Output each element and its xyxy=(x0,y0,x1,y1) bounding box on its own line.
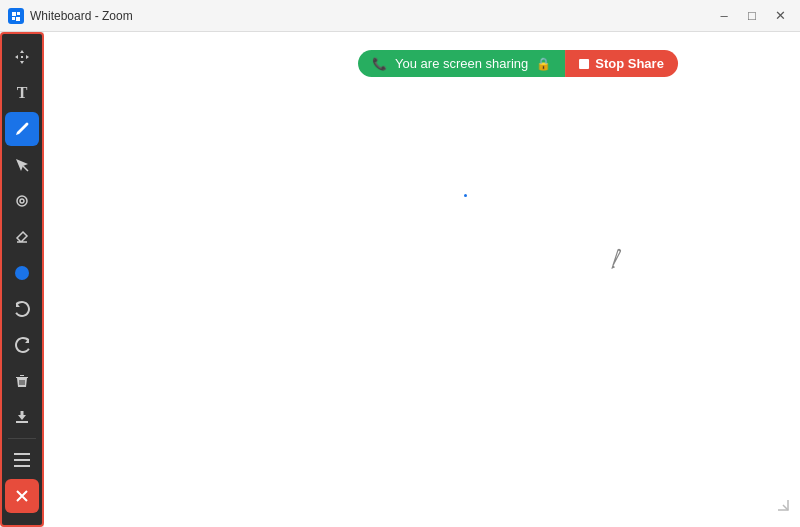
svg-rect-6 xyxy=(16,421,28,423)
select-tool-button[interactable] xyxy=(5,148,39,182)
toolbar-sidebar: T xyxy=(0,32,44,527)
maximize-button[interactable]: □ xyxy=(740,4,764,28)
sharing-text: You are screen sharing xyxy=(395,56,528,71)
svg-rect-7 xyxy=(14,453,30,455)
svg-rect-3 xyxy=(16,17,20,21)
shield-icon: 🔒 xyxy=(536,57,551,71)
stop-share-label: Stop Share xyxy=(595,56,664,71)
app-icon xyxy=(8,8,24,24)
svg-rect-1 xyxy=(17,12,20,15)
svg-rect-2 xyxy=(12,17,15,20)
toolbar-divider xyxy=(8,438,36,439)
menu-button[interactable] xyxy=(5,443,39,477)
svg-rect-0 xyxy=(12,12,16,16)
stop-share-button[interactable]: Stop Share xyxy=(565,50,678,77)
phone-icon: 📞 xyxy=(372,57,387,71)
close-tool-button[interactable] xyxy=(5,479,39,513)
delete-button[interactable] xyxy=(5,364,39,398)
svg-rect-8 xyxy=(14,459,30,461)
draw-tool-button[interactable] xyxy=(5,112,39,146)
redo-button[interactable] xyxy=(5,328,39,362)
eraser-tool-button[interactable] xyxy=(5,220,39,254)
title-bar: Whiteboard - Zoom – □ ✕ xyxy=(0,0,800,32)
svg-rect-9 xyxy=(14,465,30,467)
text-tool-button[interactable]: T xyxy=(5,76,39,110)
corner-icon xyxy=(774,496,792,519)
screen-share-banner: 📞 You are screen sharing 🔒 Stop Share xyxy=(358,50,678,77)
title-bar-left: Whiteboard - Zoom xyxy=(8,8,133,24)
save-button[interactable] xyxy=(5,400,39,434)
whiteboard-canvas[interactable]: 📞 You are screen sharing 🔒 Stop Share xyxy=(44,32,800,527)
minimize-button[interactable]: – xyxy=(712,4,736,28)
sharing-indicator: 📞 You are screen sharing 🔒 xyxy=(358,50,565,77)
stop-icon xyxy=(579,59,589,69)
undo-button[interactable] xyxy=(5,292,39,326)
canvas-indicator-dot xyxy=(464,194,467,197)
svg-point-4 xyxy=(17,196,27,206)
window-title: Whiteboard - Zoom xyxy=(30,9,133,23)
title-bar-controls: – □ ✕ xyxy=(712,4,792,28)
color-swatch xyxy=(15,266,29,280)
stamp-tool-button[interactable] xyxy=(5,184,39,218)
color-picker-button[interactable] xyxy=(5,256,39,290)
close-button[interactable]: ✕ xyxy=(768,4,792,28)
main-container: T xyxy=(0,32,800,527)
pencil-cursor-icon xyxy=(607,246,627,275)
svg-point-5 xyxy=(20,199,24,203)
move-tool-button[interactable] xyxy=(5,40,39,74)
